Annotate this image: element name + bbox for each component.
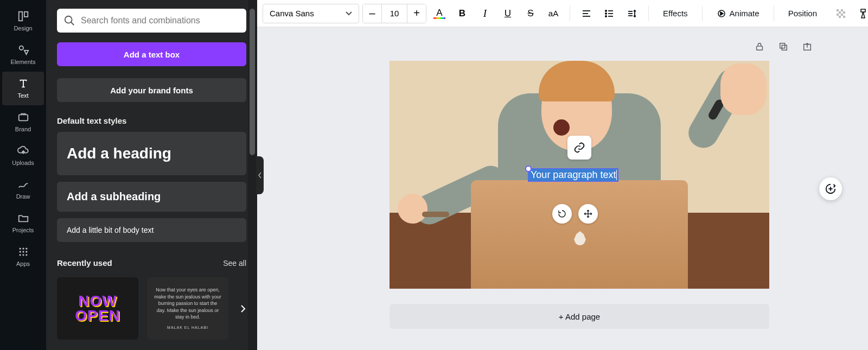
canvas-page[interactable]: Your paragraph text xyxy=(390,61,769,289)
uploads-icon xyxy=(17,144,30,157)
svg-point-10 xyxy=(25,251,27,252)
recent-card-quote[interactable]: Now that your eyes are open, make the su… xyxy=(147,277,228,340)
nav-projects[interactable]: Projects xyxy=(0,206,46,240)
elements-icon xyxy=(17,43,30,56)
search-icon xyxy=(63,15,75,27)
svg-rect-4 xyxy=(18,114,28,120)
quote-text: Now that your eyes are open, make the su… xyxy=(154,287,222,321)
collapse-panel-button[interactable] xyxy=(256,156,264,194)
nav-label: Text xyxy=(17,92,28,99)
strikethrough-button[interactable]: S xyxy=(521,4,540,23)
nav-draw[interactable]: Draw xyxy=(0,173,46,206)
spacing-button[interactable] xyxy=(622,4,642,23)
svg-rect-33 xyxy=(837,14,839,16)
nowopen-line2: OPEN xyxy=(75,309,120,323)
underline-button[interactable]: U xyxy=(498,4,518,23)
move-button[interactable] xyxy=(578,204,598,224)
italic-button[interactable]: I xyxy=(475,4,495,23)
svg-rect-32 xyxy=(843,11,845,14)
recently-used-label: Recently used xyxy=(57,258,112,268)
animate-label: Animate xyxy=(730,9,760,18)
design-icon xyxy=(17,10,30,23)
projects-icon xyxy=(17,212,30,225)
ai-assist-button[interactable] xyxy=(819,177,842,200)
search-box[interactable] xyxy=(57,9,246,33)
svg-rect-1 xyxy=(24,12,27,17)
transparency-button[interactable] xyxy=(831,4,851,23)
add-heading-button[interactable]: Add a heading xyxy=(57,132,246,175)
nav-uploads[interactable]: Uploads xyxy=(0,139,46,173)
effects-button[interactable]: Effects xyxy=(655,4,695,23)
text-element[interactable]: Your paragraph text xyxy=(528,168,618,182)
svg-rect-31 xyxy=(841,9,843,11)
svg-rect-0 xyxy=(18,12,22,21)
bold-button[interactable]: B xyxy=(452,4,472,23)
svg-point-7 xyxy=(25,248,27,250)
editor-area: Canva Sans – + A B I U S aA Effects Anim… xyxy=(257,0,868,350)
nowopen-line1: NOW xyxy=(78,294,117,309)
align-button[interactable] xyxy=(577,4,596,23)
nav-rail: Design Elements Text Brand Uploads Draw … xyxy=(0,0,46,350)
svg-rect-34 xyxy=(839,16,841,18)
add-text-box-button[interactable]: Add a text box xyxy=(57,42,246,66)
nav-label: Design xyxy=(14,25,32,31)
canvas-zone: Your paragraph text + Add page xyxy=(257,27,868,350)
font-size-group: – + xyxy=(362,4,426,23)
text-toolbar: Canva Sans – + A B I U S aA Effects Anim… xyxy=(257,0,868,27)
svg-point-6 xyxy=(22,248,24,250)
chevron-down-icon xyxy=(346,11,352,16)
scrollbar-thumb[interactable] xyxy=(250,9,255,155)
animate-button[interactable]: Animate xyxy=(709,4,767,23)
brand-icon xyxy=(17,111,30,124)
rotate-button[interactable] xyxy=(552,204,572,224)
see-all-link[interactable]: See all xyxy=(223,259,246,268)
nav-label: Apps xyxy=(16,260,30,267)
nav-label: Brand xyxy=(15,126,31,132)
decrease-size-button[interactable]: – xyxy=(363,4,381,23)
nav-text[interactable]: Text xyxy=(2,72,44,105)
search-input[interactable] xyxy=(81,16,240,26)
add-body-text-button[interactable]: Add a little bit of body text xyxy=(57,218,246,242)
font-family-select[interactable]: Canva Sans xyxy=(263,4,359,23)
draw-icon xyxy=(17,178,30,191)
list-button[interactable] xyxy=(599,4,619,23)
svg-marker-3 xyxy=(24,50,28,54)
export-page-button[interactable] xyxy=(801,40,814,53)
svg-rect-36 xyxy=(843,16,845,18)
nav-elements[interactable]: Elements xyxy=(0,38,46,72)
link-button[interactable] xyxy=(567,136,591,160)
resize-handle[interactable] xyxy=(525,166,532,172)
position-button[interactable]: Position xyxy=(781,4,825,23)
svg-point-5 xyxy=(19,248,21,250)
divider xyxy=(774,6,774,21)
text-cursor xyxy=(616,170,617,180)
nav-apps[interactable]: Apps xyxy=(0,240,46,273)
duplicate-page-button[interactable] xyxy=(777,40,790,53)
recent-card-nowopen[interactable]: NOW OPEN xyxy=(57,277,138,340)
svg-rect-30 xyxy=(839,11,841,14)
svg-point-9 xyxy=(22,251,24,252)
svg-point-13 xyxy=(25,254,27,256)
font-size-input[interactable] xyxy=(381,4,407,23)
apps-icon xyxy=(17,245,30,258)
lock-page-button[interactable] xyxy=(753,40,766,53)
text-color-button[interactable]: A xyxy=(430,4,449,23)
svg-point-20 xyxy=(605,12,607,14)
svg-rect-29 xyxy=(837,9,839,11)
text-icon xyxy=(17,77,30,90)
increase-size-button[interactable]: + xyxy=(407,4,426,23)
svg-rect-39 xyxy=(780,43,785,48)
svg-rect-38 xyxy=(757,46,763,50)
default-styles-label: Default text styles xyxy=(57,116,246,125)
nav-label: Elements xyxy=(11,59,36,65)
nav-design[interactable]: Design xyxy=(0,4,46,38)
color-bar-icon xyxy=(433,17,445,19)
nav-brand[interactable]: Brand xyxy=(0,105,46,139)
add-brand-fonts-button[interactable]: Add your brand fonts xyxy=(57,78,246,102)
svg-rect-35 xyxy=(841,14,843,16)
case-button[interactable]: aA xyxy=(544,4,563,23)
copy-style-button[interactable] xyxy=(854,4,868,23)
add-subheading-button[interactable]: Add a subheading xyxy=(57,182,246,212)
quote-author: MALAK EL HALABI xyxy=(167,325,208,330)
add-page-button[interactable]: + Add page xyxy=(390,304,769,329)
